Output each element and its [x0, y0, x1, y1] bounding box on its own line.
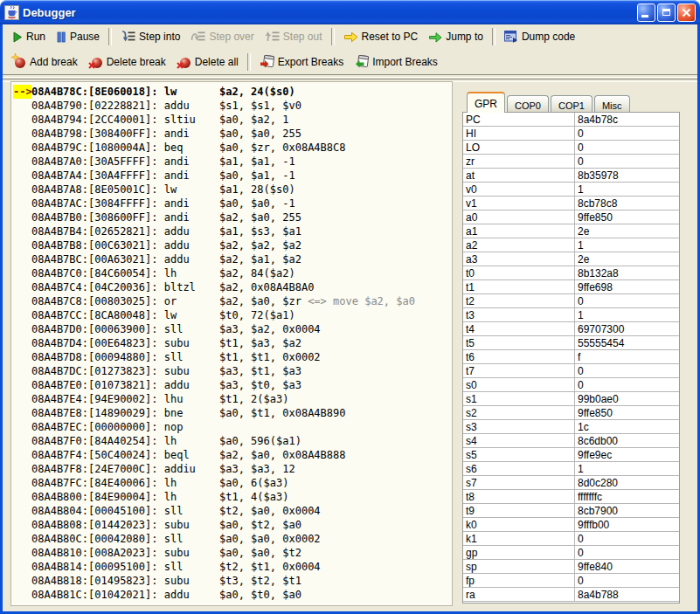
step-into-button[interactable]: Step into — [115, 29, 185, 45]
export-breaks-button[interactable]: Export Breaks — [254, 53, 349, 70]
disasm-line[interactable]: 08A4B808:[01442023]: subu$a0, $t2, $a0 — [13, 518, 452, 532]
disasm-line[interactable]: 08A4B7BC:[00A63021]: addu$a2, $a1, $a2 — [13, 252, 452, 266]
register-row[interactable]: s31c — [463, 420, 679, 434]
register-value[interactable]: 8c6db00 — [575, 434, 679, 447]
register-value[interactable]: 1 — [575, 238, 679, 252]
register-row[interactable]: t555555454 — [463, 336, 679, 350]
disasm-line[interactable]: 08A4B798:[308400FF]: andi$a0, $a0, 255 — [13, 127, 452, 141]
register-row[interactable]: k09fffb00 — [463, 518, 679, 532]
disasm-line[interactable]: 08A4B7B8:[00C63021]: addu$a2, $a2, $a2 — [13, 238, 452, 252]
register-value[interactable]: 0 — [575, 378, 679, 391]
register-row[interactable]: a12e — [463, 224, 679, 238]
register-row[interactable]: at8b35978 — [463, 169, 679, 183]
register-value[interactable]: 99b0ae0 — [575, 392, 679, 405]
reset-to-pc-button[interactable]: Reset to PC — [338, 29, 424, 45]
register-value[interactable]: 0 — [575, 141, 679, 154]
disasm-line[interactable]: 08A4B7A4:[30A4FFFF]: andi$a0, $a1, -1 — [13, 169, 452, 183]
disasm-line[interactable]: 08A4B800:[84E90004]: lh$t1, 4($a3) — [13, 490, 452, 504]
register-value[interactable]: 0 — [575, 127, 679, 140]
register-value[interactable]: 9ffe9ec — [575, 448, 679, 461]
register-row[interactable]: v01 — [463, 183, 679, 197]
dump-code-button[interactable]: Dump code — [499, 29, 580, 45]
register-value[interactable]: fffffffc — [575, 490, 679, 503]
register-value[interactable]: 0 — [575, 574, 679, 587]
disasm-line[interactable]: 08A4B7EC:[00000000]: nop — [13, 420, 452, 434]
disasm-line[interactable]: 08A4B818:[01495823]: subu$t3, $t2, $t1 — [13, 574, 452, 588]
disasm-line[interactable]: 08A4B80C:[00042080]: sll$a0, $a0, 0x0002 — [13, 532, 452, 546]
import-breaks-button[interactable]: Import Breaks — [349, 53, 443, 70]
tab-cop1[interactable]: COP1 — [551, 95, 593, 113]
disasm-line[interactable]: 08A4B7F0:[84A40254]: lh$a0, 596($a1) — [13, 434, 452, 448]
register-row[interactable]: t08b132a8 — [463, 266, 679, 280]
disasm-line[interactable]: 08A4B7B0:[308600FF]: andi$a2, $a0, 255 — [13, 210, 452, 224]
register-value[interactable]: 8d0c280 — [575, 476, 679, 489]
register-row[interactable]: s59ffe9ec — [463, 448, 679, 462]
delete-break-button[interactable]: Delete break — [83, 53, 171, 70]
register-value[interactable]: 8a4b78c — [575, 113, 679, 126]
disasm-line[interactable]: 08A4B81C:[01042021]: addu$a0, $t0, $a0 — [13, 588, 452, 602]
disasm-line[interactable]: 08A4B7D0:[00063900]: sll$a3, $a2, 0x0004 — [13, 322, 452, 336]
register-row[interactable]: s78d0c280 — [463, 476, 679, 490]
disasm-line[interactable]: 08A4B7B4:[02652821]: addu$a1, $s3, $a1 — [13, 224, 452, 238]
register-value[interactable]: 9ffe850 — [575, 406, 679, 419]
pause-button[interactable]: Pause — [51, 29, 105, 45]
register-row[interactable]: s48c6db00 — [463, 434, 679, 448]
register-value[interactable]: 8b132a8 — [575, 266, 679, 279]
register-row[interactable]: a32e — [463, 252, 679, 266]
register-value[interactable]: 8a4b788 — [575, 588, 679, 601]
register-value[interactable]: 8cb7900 — [575, 504, 679, 517]
titlebar[interactable]: Debugger — [0, 0, 700, 24]
register-value[interactable]: 2e — [575, 224, 679, 238]
register-row[interactable]: k10 — [463, 532, 679, 546]
register-value[interactable]: 0 — [575, 532, 679, 545]
register-value[interactable]: 2e — [575, 252, 679, 266]
register-value[interactable]: 0 — [575, 155, 679, 168]
register-row[interactable]: zr0 — [463, 155, 679, 169]
disasm-line[interactable]: 08A4B7CC:[8CA80048]: lw$t0, 72($a1) — [13, 308, 452, 322]
register-value[interactable]: 9ffe698 — [575, 280, 679, 293]
register-row[interactable]: t469707300 — [463, 322, 679, 336]
register-row[interactable]: t6f — [463, 350, 679, 364]
disasm-line[interactable]: 08A4B7D8:[00094880]: sll$t1, $t1, 0x0002 — [13, 350, 452, 364]
register-row[interactable]: fp0 — [463, 574, 679, 588]
register-value[interactable]: 0 — [575, 546, 679, 559]
step-out-button[interactable]: Step out — [260, 29, 328, 45]
register-value[interactable]: f — [575, 350, 679, 363]
delete-all-button[interactable]: Delete all — [171, 53, 244, 70]
register-value[interactable]: 1 — [575, 308, 679, 321]
register-value[interactable]: 8cb78c8 — [575, 197, 679, 210]
run-button[interactable]: Run — [6, 29, 51, 45]
disasm-line[interactable]: 08A4B810:[008A2023]: subu$a0, $a0, $t2 — [13, 546, 452, 560]
disasm-line[interactable]: 08A4B7A8:[8E05001C]: lw$a1, 28($s0) — [13, 183, 452, 197]
maximize-button[interactable] — [657, 3, 676, 22]
disasm-line[interactable]: 08A4B790:[02228821]: addu$s1, $s1, $v0 — [13, 99, 452, 113]
register-row[interactable]: t19ffe698 — [463, 280, 679, 294]
disasm-line[interactable]: 08A4B7AC:[3084FFFF]: andi$a0, $a0, -1 — [13, 197, 452, 210]
disasm-line[interactable]: 08A4B7F8:[24E7000C]: addiu$a3, $a3, 12 — [13, 462, 452, 476]
register-row[interactable]: t8fffffffc — [463, 490, 679, 504]
close-button[interactable] — [677, 3, 696, 22]
register-row[interactable]: HI0 — [463, 127, 679, 141]
register-value[interactable]: 0 — [575, 364, 679, 377]
register-value[interactable]: 9fffb00 — [575, 518, 679, 531]
register-row[interactable]: a21 — [463, 238, 679, 252]
register-value[interactable]: 1c — [575, 420, 679, 433]
register-row[interactable]: gp0 — [463, 546, 679, 560]
register-row[interactable]: v18cb78c8 — [463, 197, 679, 210]
disasm-line[interactable]: 08A4B79C:[1080004A]: beq$a0, $zr, 0x08A4… — [13, 141, 452, 155]
register-value[interactable]: 69707300 — [575, 322, 679, 335]
disasm-line[interactable]: 08A4B7C8:[00803025]: or$a2, $a0, $zr <=>… — [13, 294, 452, 308]
register-value[interactable]: 0 — [575, 294, 679, 307]
register-row[interactable]: a09ffe850 — [463, 210, 679, 224]
register-row[interactable]: t31 — [463, 308, 679, 322]
register-value[interactable]: 9ffe840 — [575, 560, 679, 573]
step-over-button[interactable]: Step over — [185, 29, 259, 45]
jump-to-button[interactable]: Jump to — [423, 29, 489, 45]
register-value[interactable]: 55555454 — [575, 336, 679, 349]
tab-cop0[interactable]: COP0 — [507, 95, 549, 113]
disasm-line[interactable]: 08A4B794:[2CC40001]: sltiu$a0, $a2, 1 — [13, 113, 452, 127]
disasm-line[interactable]: 08A4B814:[00095100]: sll$t2, $t1, 0x0004 — [13, 560, 452, 574]
add-break-button[interactable]: Add break — [6, 53, 83, 70]
tab-misc[interactable]: Misc — [594, 95, 630, 113]
minimize-button[interactable] — [637, 3, 655, 22]
